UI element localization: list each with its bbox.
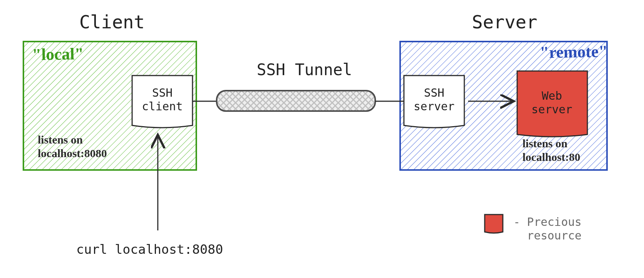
ssh-server-label: SSH server xyxy=(404,86,464,113)
ssh-client-label: SSH client xyxy=(132,86,193,113)
remote-tag: "remote" xyxy=(540,42,608,62)
local-tag: "local" xyxy=(32,44,84,64)
ssh-tunnel-pill xyxy=(217,91,375,111)
listens-remote-annotation: listens on localhost:80 xyxy=(522,137,580,164)
listens-local-annotation: listens on localhost:8080 xyxy=(38,133,107,160)
diagram-stage: Client Server SSH Tunnel xyxy=(0,0,644,278)
web-server-label: Web server xyxy=(522,89,582,116)
curl-command-label: curl localhost:8080 xyxy=(76,242,223,257)
legend-swatch-icon xyxy=(485,215,503,233)
legend-precious-label: - Precious resource xyxy=(513,215,582,242)
